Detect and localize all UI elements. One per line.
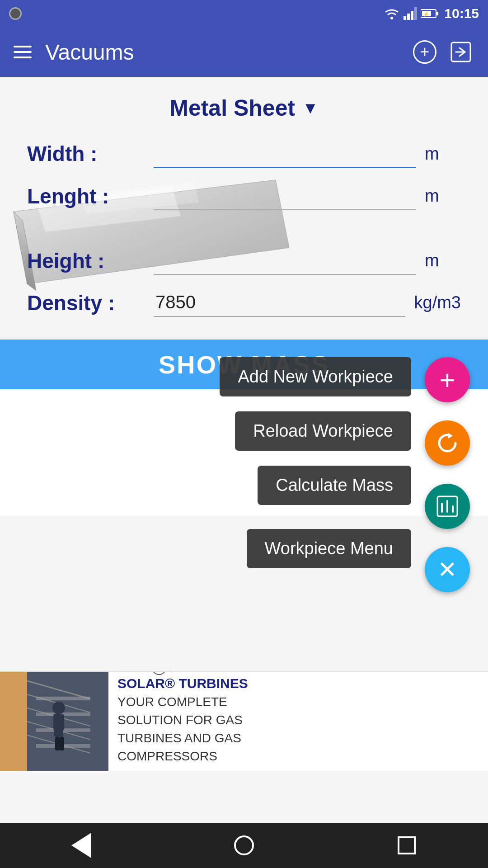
ad-image xyxy=(0,672,108,771)
exit-icon xyxy=(450,41,472,63)
density-label: Density : xyxy=(27,291,154,315)
nav-bar xyxy=(0,823,488,868)
form-area: Width : m Lenght : m Height : m Density … xyxy=(0,130,488,340)
ad-line3: TURBINES AND GAS xyxy=(117,731,479,745)
add-button[interactable]: + xyxy=(411,38,438,66)
ad-info-button[interactable]: ℹ xyxy=(152,671,166,675)
svg-rect-4 xyxy=(414,7,417,20)
svg-rect-2 xyxy=(407,14,410,20)
fab-reload-button[interactable] xyxy=(425,420,470,466)
wifi-icon xyxy=(384,7,400,20)
fab-close-button[interactable]: ✕ xyxy=(425,547,470,592)
calculate-mass-btn[interactable]: Calculate Mass xyxy=(258,466,411,505)
svg-point-0 xyxy=(390,17,393,19)
svg-rect-35 xyxy=(55,737,60,750)
battery-icon: ⚡ xyxy=(421,9,439,19)
calculate-mass-popup: Calculate Mass xyxy=(258,466,411,513)
status-indicator xyxy=(9,7,22,20)
ad-industrial-image xyxy=(0,672,108,771)
svg-rect-6 xyxy=(436,12,438,15)
height-unit: m xyxy=(425,251,461,270)
status-icons: ⚡ xyxy=(384,7,439,20)
fab-reload-icon xyxy=(436,431,459,455)
svg-rect-1 xyxy=(404,16,406,20)
length-unit: m xyxy=(425,186,461,206)
reload-workpiece-popup: Reload Workpiece xyxy=(235,411,411,459)
recent-button[interactable] xyxy=(393,832,420,859)
ad-banner: Test Ad ℹ ✕ SOLAR® TURBINES YOUR COMPLET… xyxy=(0,671,488,771)
length-row: Lenght : m xyxy=(27,182,461,210)
fab-chart-icon xyxy=(436,495,459,518)
fab-group: + ✕ xyxy=(425,357,470,601)
length-input[interactable] xyxy=(154,182,416,210)
density-input[interactable] xyxy=(154,288,405,317)
ad-line2: SOLUTION FOR GAS xyxy=(117,713,479,727)
fab-close-icon: ✕ xyxy=(437,558,457,581)
dropdown-arrow-icon: ▼ xyxy=(302,99,319,118)
fab-add-icon: + xyxy=(439,364,455,396)
recent-icon xyxy=(398,836,416,854)
workpiece-menu-popup: Workpiece Menu xyxy=(247,529,411,576)
status-bar: ⚡ 10:15 xyxy=(0,0,488,27)
shape-selector[interactable]: Metal Sheet ▼ xyxy=(0,77,488,130)
svg-point-31 xyxy=(52,702,65,714)
app-title: Vacuums xyxy=(45,40,134,65)
svg-marker-15 xyxy=(448,433,453,439)
home-icon xyxy=(234,835,254,855)
svg-rect-3 xyxy=(411,11,413,20)
ad-line4: COMPRESSORS xyxy=(117,749,479,764)
back-icon xyxy=(71,833,91,858)
width-input[interactable] xyxy=(154,139,416,168)
main-content: Metal Sheet ▼ xyxy=(0,77,488,868)
ad-content: Test Ad ℹ ✕ SOLAR® TURBINES YOUR COMPLET… xyxy=(108,672,488,771)
density-unit: kg/m3 xyxy=(414,293,461,312)
back-button[interactable] xyxy=(68,832,95,859)
svg-rect-21 xyxy=(0,672,27,771)
add-workpiece-btn[interactable]: Add New Workpiece xyxy=(220,357,411,396)
exit-button[interactable] xyxy=(447,38,474,66)
app-bar: Vacuums + xyxy=(0,27,488,77)
width-row: Width : m xyxy=(27,139,461,168)
ad-line1: YOUR COMPLETE xyxy=(117,695,479,709)
time-display: 10:15 xyxy=(444,6,479,21)
fab-add-button[interactable]: + xyxy=(425,357,470,402)
height-row: Height : m xyxy=(27,246,461,275)
length-label: Lenght : xyxy=(27,184,154,208)
svg-rect-36 xyxy=(60,737,64,750)
reload-workpiece-btn[interactable]: Reload Workpiece xyxy=(235,411,411,451)
signal-icon xyxy=(404,7,417,20)
menu-button[interactable] xyxy=(14,46,32,58)
workpiece-menu-btn[interactable]: Workpiece Menu xyxy=(247,529,411,568)
width-unit: m xyxy=(425,144,461,164)
svg-rect-27 xyxy=(36,697,90,700)
home-button[interactable] xyxy=(230,832,258,859)
add-circle-icon: + xyxy=(413,40,436,64)
height-input[interactable] xyxy=(154,246,416,275)
ad-brand: SOLAR® TURBINES xyxy=(117,676,479,691)
shape-label: Metal Sheet xyxy=(169,95,295,121)
width-label: Width : xyxy=(27,142,154,166)
add-workpiece-popup: Add New Workpiece xyxy=(220,357,411,405)
fab-chart-button[interactable] xyxy=(425,484,470,529)
height-label: Height : xyxy=(27,249,154,273)
svg-text:⚡: ⚡ xyxy=(423,11,429,17)
density-row: Density : kg/m3 xyxy=(27,288,461,317)
svg-rect-34 xyxy=(58,714,64,730)
